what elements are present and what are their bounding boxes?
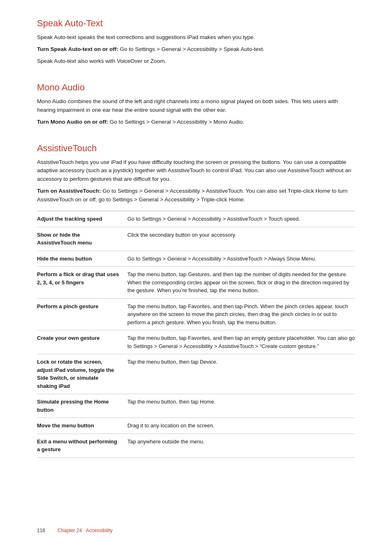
table-cell-right: Tap the menu button, tap Favorites, and … [127,302,355,327]
table-cell-right: Click the secondary button on your acces… [127,231,355,247]
assistivetouch-para-1: AssistiveTouch helps you use iPad if you… [37,158,355,184]
table-row: Simulate pressing the Home buttonTap the… [37,394,355,418]
table-cell-right: Go to Settings > General > Accessibility… [127,215,355,223]
speak-auto-text-bold-2: Turn Speak Auto-text on or off: [37,46,118,52]
section-title-speak-auto-text: Speak Auto-Text [37,16,355,30]
table-row: Perform a pinch gestureTap the menu butt… [37,299,355,331]
section-title-assistivetouch: AssistiveTouch [37,141,355,155]
section-assistivetouch: AssistiveTouch AssistiveTouch helps you … [37,141,355,458]
speak-auto-text-para-3: Speak Auto-text also works with VoiceOve… [37,57,355,66]
table-cell-right: Tap anywhere outside the menu. [127,438,355,454]
table-cell-left: Exit a menu without performing a gesture [37,438,127,454]
table-cell-left: Perform a flick or drag that uses 2, 3, … [37,270,127,295]
table-row: Move the menu buttonDrag it to any locat… [37,418,355,434]
speak-auto-text-para-2: Turn Speak Auto-text on or off: Go to Se… [37,45,355,54]
table-cell-left: Create your own gesture [37,334,127,350]
table-cell-right: Tap the menu button, then tap Device. [127,358,355,390]
table-cell-right: Drag it to any location on the screen. [127,422,355,430]
footer-chapter: Chapter 24 Accessibility [58,527,113,534]
section-mono-audio: Mono Audio Mono Audio combines the sound… [37,81,355,127]
speak-auto-text-para-1: Speak Auto-text speaks the text correcti… [37,33,355,42]
assistivetouch-para-2: Turn on AssistiveTouch: Go to Settings >… [37,187,355,204]
table-cell-left: Adjust the tracking speed [37,215,127,223]
section-speak-auto-text: Speak Auto-Text Speak Auto-text speaks t… [37,16,355,66]
footer-chapter-label: Chapter 24 [58,528,82,533]
table-row: Show or hide the AssistiveTouch menuClic… [37,227,355,251]
table-row: Exit a menu without performing a gesture… [37,434,355,458]
table-row: Lock or rotate the screen, adjust iPad v… [37,354,355,394]
table-cell-right: Tap the menu button, then tap Home. [127,398,355,414]
table-cell-left: Move the menu button [37,422,127,430]
table-row: Create your own gestureTap the menu butt… [37,330,355,354]
page: Speak Auto-Text Speak Auto-text speaks t… [0,0,392,549]
table-row: Perform a flick or drag that uses 2, 3, … [37,267,355,299]
section-title-mono-audio: Mono Audio [37,81,355,94]
table-cell-right: Tap the menu button, tap Favorites, and … [127,334,355,350]
table-cell-left: Show or hide the AssistiveTouch menu [37,231,127,247]
mono-audio-para-1: Mono Audio combines the sound of the lef… [37,97,355,115]
table-cell-right: Tap the menu button, tap Gestures, and t… [127,270,355,295]
table-cell-left: Hide the menu button [37,255,127,263]
assistivetouch-bold-2: Turn on AssistiveTouch: [37,188,101,194]
speak-auto-text-rest-2: Go to Settings > General > Accessibility… [118,46,264,52]
table-row: Hide the menu buttonGo to Settings > Gen… [37,251,355,267]
mono-audio-para-2: Turn Mono Audio on or off: Go to Setting… [37,118,355,127]
mono-audio-bold-2: Turn Mono Audio on or off: [37,119,108,125]
table-cell-left: Simulate pressing the Home button [37,398,127,414]
table-cell-left: Lock or rotate the screen, adjust iPad v… [37,358,127,390]
table-row: Adjust the tracking speedGo to Settings … [37,211,355,227]
assistivetouch-table: Adjust the tracking speedGo to Settings … [37,211,355,458]
table-cell-left: Perform a pinch gesture [37,302,127,327]
mono-audio-rest-2: Go to Settings > General > Accessibility… [108,119,244,125]
table-cell-right: Go to Settings > General > Accessibility… [127,255,355,263]
footer-page-number: 118 [37,527,45,534]
footer-chapter-title: Accessibility [86,528,113,533]
footer: 118 Chapter 24 Accessibility [37,527,355,534]
